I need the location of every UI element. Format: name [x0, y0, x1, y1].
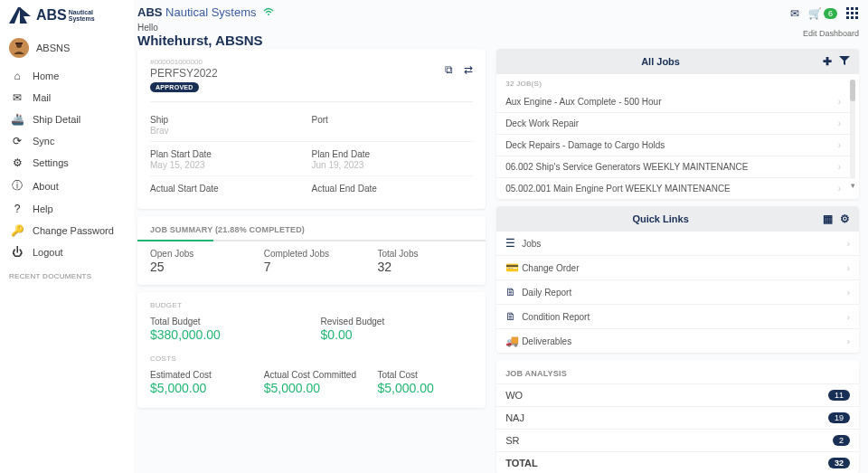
grid-view-icon[interactable]: ▦	[823, 213, 833, 225]
nav-help[interactable]: ?Help	[0, 198, 127, 220]
avatar-name: ABSNS	[36, 43, 70, 53]
list-icon: ☰	[505, 237, 522, 250]
nav-change-password[interactable]: 🔑Change Password	[0, 220, 127, 241]
psd-label: Plan Start Date	[150, 149, 312, 159]
total-jobs-label: Total Jobs	[377, 249, 473, 259]
card-icon: 💳	[505, 261, 522, 274]
scrollbar-thumb[interactable]	[850, 80, 855, 101]
avatar-row[interactable]: ABSNS	[0, 31, 127, 65]
edit-dashboard-link[interactable]: Edit Dashboard	[803, 29, 859, 38]
total-cost: Total Cost$5,000.00	[377, 370, 473, 395]
nav-settings[interactable]: ⚙Settings	[0, 152, 127, 174]
job-item-label: Deck Repairs - Damage to Cargo Holds	[505, 140, 665, 150]
job-item[interactable]: Aux Engine - Aux Complete - 500 Hour›	[496, 91, 850, 113]
costs-section-title: COSTS	[137, 345, 486, 366]
job-item[interactable]: Deck Work Repair›	[496, 113, 850, 135]
document-icon: 🗎	[505, 286, 522, 298]
ql-label: Deliverables	[522, 336, 571, 346]
scrollbar[interactable]	[850, 80, 855, 179]
svg-rect-1	[15, 43, 23, 44]
ja-wo-count: 11	[828, 390, 850, 401]
page-brand: ABS Nautical Systems	[137, 5, 274, 19]
cart-button[interactable]: 🛒6	[808, 7, 837, 20]
user-name: Whitehurst, ABSNS	[137, 33, 274, 48]
apps-grid-icon[interactable]	[846, 7, 859, 20]
chevron-right-icon: ›	[847, 239, 850, 249]
actual-cost: Actual Cost Committed$5,000.00	[264, 370, 360, 395]
ja-sr[interactable]: SR2	[496, 429, 859, 451]
nav-ship-detail[interactable]: 🚢Ship Detail	[0, 109, 127, 130]
info-icon: ⓘ	[11, 178, 24, 194]
add-job-icon[interactable]: ✚	[823, 55, 832, 68]
job-item[interactable]: Deck Repairs - Damage to Cargo Holds›	[496, 135, 850, 156]
mail-icon: ✉	[11, 91, 24, 104]
copy-icon[interactable]: ⧉	[445, 63, 453, 76]
topbar: ABS Nautical Systems Hello Whitehurst, A…	[134, 0, 868, 49]
nav-chpw-label: Change Password	[33, 225, 114, 236]
ql-label: Jobs	[522, 239, 541, 249]
ql-daily-report[interactable]: 🗎Daily Report›	[496, 280, 859, 305]
job-count: 32 JOB(S)	[496, 74, 850, 91]
asd-label: Actual Start Date	[150, 184, 312, 194]
estimated-cost: Estimated Cost$5,000.00	[150, 370, 246, 395]
chevron-down-icon[interactable]: ▾	[850, 181, 855, 190]
ship-value: Brav	[150, 126, 312, 136]
chevron-right-icon: ›	[838, 118, 841, 128]
ql-change-order[interactable]: 💳Change Order›	[496, 256, 859, 280]
ja-naj[interactable]: NAJ19	[496, 406, 859, 429]
aed-label: Actual End Date	[312, 184, 474, 194]
total-cost-value: $5,000.00	[377, 381, 473, 395]
ship-label: Ship	[150, 115, 312, 125]
chevron-right-icon: ›	[838, 184, 841, 194]
ped-label: Plan End Date	[312, 149, 474, 159]
topbar-left: ABS Nautical Systems Hello Whitehurst, A…	[137, 5, 274, 48]
ped-value: Jun 19, 2023	[312, 160, 474, 170]
ja-total: TOTAL32	[496, 451, 859, 473]
brand-part1: ABS	[137, 5, 162, 19]
nav-sync[interactable]: ⟳Sync	[0, 130, 127, 152]
topbar-right: ✉ 🛒6 Edit Dashboard	[790, 5, 859, 38]
ja-wo[interactable]: WO11	[496, 383, 859, 406]
filter-icon[interactable]	[839, 55, 850, 69]
job-summary-title: JOB SUMMARY (21.88% COMPLETED)	[137, 216, 486, 240]
ql-condition-report[interactable]: 🗎Condition Report›	[496, 305, 859, 329]
ql-deliverables[interactable]: 🚚Deliverables›	[496, 329, 859, 353]
total-budget: Total Budget$380,000.00	[150, 317, 303, 342]
estimated-cost-label: Estimated Cost	[150, 370, 246, 380]
job-item[interactable]: 05.002.001 Main Engine Port WEEKLY MAINT…	[496, 178, 850, 199]
budget-card: BUDGET Total Budget$380,000.00 Revised B…	[137, 292, 486, 408]
ship-icon: 🚢	[11, 113, 24, 126]
nav-home[interactable]: ⌂Home	[0, 65, 127, 87]
total-budget-value: $380,000.00	[150, 327, 303, 342]
revised-budget-value: $0.00	[321, 327, 474, 342]
field-port: Port	[312, 109, 474, 142]
chevron-right-icon: ›	[847, 263, 850, 273]
wifi-icon	[263, 7, 274, 18]
job-item-label: 06.002 Ship's Service Generators WEEKLY …	[505, 162, 748, 172]
completed-jobs-label: Completed Jobs	[264, 249, 360, 259]
budget-section-title: BUDGET	[137, 292, 486, 313]
open-jobs-label: Open Jobs	[150, 249, 246, 259]
quick-links-list: ☰Jobs› 💳Change Order› 🗎Daily Report› 🗎Co…	[496, 232, 859, 353]
sidebar: ABS NauticalSystems ABSNS ⌂Home ✉Mail 🚢S…	[0, 0, 127, 473]
field-actual-start: Actual Start Date	[150, 178, 312, 200]
nav-mail-label: Mail	[33, 92, 51, 103]
estimated-cost-value: $5,000.00	[150, 381, 246, 395]
quick-links-header: Quick Links ▦ ⚙	[496, 206, 859, 232]
mail-icon[interactable]: ✉	[790, 7, 799, 20]
nav-home-label: Home	[33, 71, 59, 81]
total-cost-label: Total Cost	[377, 370, 473, 380]
swap-icon[interactable]: ⇄	[464, 63, 473, 76]
all-jobs-card: All Jobs ✚ 32 JOB(S) Aux Engine - Aux Co…	[496, 49, 859, 199]
status-badge: APPROVED	[150, 82, 199, 92]
settings-icon[interactable]: ⚙	[840, 213, 850, 225]
ql-label: Condition Report	[522, 312, 590, 322]
ql-jobs[interactable]: ☰Jobs›	[496, 232, 859, 256]
job-analysis-card: JOB ANALYSIS WO11 NAJ19 SR2 TOTAL32	[496, 360, 859, 473]
nav-logout[interactable]: ⏻Logout	[0, 241, 127, 263]
progress-bar	[137, 240, 486, 241]
nav-mail[interactable]: ✉Mail	[0, 87, 127, 109]
nav-about[interactable]: ⓘAbout	[0, 174, 127, 198]
job-item[interactable]: 06.002 Ship's Service Generators WEEKLY …	[496, 156, 850, 178]
nav-about-label: About	[33, 181, 59, 192]
